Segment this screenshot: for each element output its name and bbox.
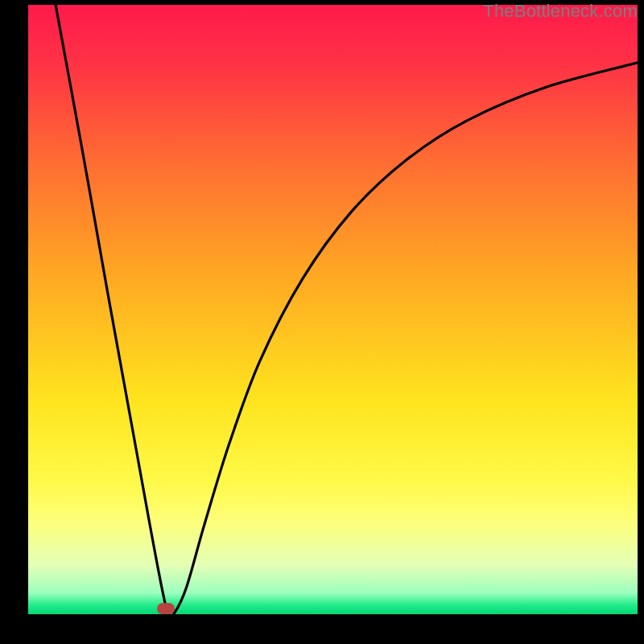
- chart-frame: [28, 5, 638, 614]
- bottleneck-plot: [28, 5, 638, 614]
- optimal-point-marker: [157, 603, 175, 614]
- watermark-text: TheBottleneck.com: [483, 1, 638, 22]
- gradient-background: [28, 5, 638, 614]
